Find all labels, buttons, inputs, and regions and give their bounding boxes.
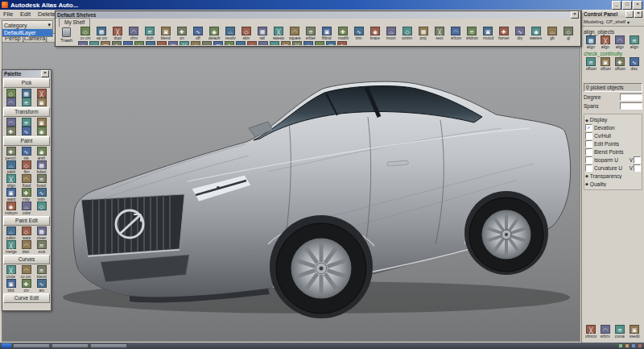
- tool-icon-20[interactable]: ◇: [269, 41, 280, 45]
- viewport-canvas[interactable]: 31% 0.0Kb0.0Kb: [2, 43, 580, 341]
- tool-icon-1[interactable]: ▦: [19, 89, 34, 98]
- tool-curva[interactable]: ≋curva: [613, 325, 627, 339]
- taskbar-item[interactable]: [13, 343, 50, 348]
- checkbox-cv-hull[interactable]: [585, 132, 592, 139]
- tool-icon-17[interactable]: ∿: [235, 41, 246, 45]
- tool-icon-19[interactable]: ⌓: [258, 41, 269, 45]
- shelf-tab-my-shelf[interactable]: My Shelf: [59, 18, 90, 27]
- shelf-titlebar[interactable]: Default Shelves ×: [56, 11, 580, 19]
- tool-icon-23[interactable]: ◠: [303, 41, 314, 45]
- tray-icon[interactable]: [631, 343, 636, 348]
- degree-input[interactable]: [620, 93, 642, 101]
- tool-xfmrcv[interactable]: ╳xfmrcv: [584, 325, 598, 339]
- tool-blend[interactable]: ≋blend: [34, 265, 49, 279]
- tool-icon-10[interactable]: ◇: [156, 41, 167, 45]
- grille[interactable]: [81, 194, 184, 256]
- tool-icon-6[interactable]: ✚: [111, 41, 122, 45]
- tool-disc[interactable]: ∿disc: [627, 57, 642, 71]
- tool-icon-24[interactable]: ≋: [314, 41, 325, 45]
- tool-cv-crv[interactable]: ◠cv crv: [19, 265, 34, 279]
- tool-tmcvt[interactable]: ⌓tmcvt: [383, 27, 399, 40]
- tool-detach[interactable]: ◉detach: [206, 27, 222, 40]
- taskbar-item[interactable]: [90, 343, 127, 348]
- tool-icon-4[interactable]: ≋: [19, 118, 34, 127]
- checkbox-curvature-u[interactable]: [585, 164, 592, 172]
- tool-txtm[interactable]: ∿txtm: [34, 188, 49, 202]
- tool-dwn[interactable]: ◠dwn: [19, 240, 34, 254]
- maximize-button[interactable]: □: [622, 1, 632, 10]
- tool-icon-9[interactable]: ⌓: [145, 41, 156, 45]
- tool-icon-3[interactable]: ◠: [3, 118, 19, 127]
- palette-section-paint[interactable]: Paint: [3, 136, 50, 146]
- tool-icon-18[interactable]: ◉: [246, 41, 258, 45]
- tool-srfcrv[interactable]: ◠srfcrv: [598, 325, 613, 339]
- tool-revolv[interactable]: ⌓revolv: [222, 27, 238, 40]
- tool-srfdel[interactable]: ≋srfdel: [303, 27, 319, 40]
- tool-icon-7[interactable]: ∿: [122, 41, 134, 45]
- tool-ecw[interactable]: ≋ecw: [34, 240, 49, 254]
- control-panel-titlebar[interactable]: Control Panel _ ×: [582, 10, 644, 18]
- tool-icon-11[interactable]: ▦: [167, 41, 179, 45]
- tool-bvsol[interactable]: ≋bvsol: [34, 174, 49, 188]
- tool-ffblnd[interactable]: ▣ffblnd: [319, 27, 335, 40]
- close-icon[interactable]: ×: [41, 70, 49, 77]
- control-panel-mode-dropdown[interactable]: Modeling, CP_shelf ▾: [582, 18, 644, 27]
- shelf-trash[interactable]: Trash: [57, 27, 76, 43]
- tool-align[interactable]: ▦align: [584, 35, 598, 49]
- tool-sweep[interactable]: ╳sweep: [270, 27, 287, 40]
- tool-rail[interactable]: ▦rail: [254, 27, 270, 40]
- tool-pencil[interactable]: ✚pencil: [3, 147, 19, 160]
- tool-ep-crv[interactable]: ▦ep crv: [93, 27, 109, 40]
- checkbox-curvature-u-v[interactable]: [634, 164, 641, 172]
- tool-gb[interactable]: ⌓gb: [544, 27, 560, 40]
- tool-align[interactable]: ≋align: [627, 35, 642, 49]
- tool-square[interactable]: ◠square: [287, 27, 303, 40]
- tool-ink[interactable]: ∿ink: [19, 147, 34, 160]
- checkbox-devation[interactable]: ✓: [585, 124, 592, 131]
- tool-offcon[interactable]: ▣offcon: [598, 57, 613, 71]
- tray-icon[interactable]: [625, 343, 630, 348]
- menu-edit[interactable]: Edit: [20, 10, 31, 18]
- tool-icon-7[interactable]: ∿: [19, 127, 34, 135]
- tool-icon-4[interactable]: ≋: [89, 41, 100, 45]
- taskbar-item[interactable]: [52, 343, 89, 348]
- tool-fbrt[interactable]: ◇fbrt: [19, 160, 34, 174]
- tool-blend[interactable]: ▣blend: [158, 27, 174, 40]
- tool-icon-16[interactable]: ✚: [224, 41, 235, 45]
- checkbox-isoparm-u[interactable]: [585, 156, 592, 164]
- tool-circle[interactable]: ╳circle: [3, 265, 19, 279]
- tool-wastes[interactable]: ◉wastes: [528, 27, 544, 40]
- tool-mdsym[interactable]: ◉mdsym: [3, 202, 19, 215]
- minimize-button[interactable]: _: [612, 1, 621, 10]
- tool-dry[interactable]: ∿dry: [512, 27, 528, 40]
- tool-pdsft[interactable]: ⌓pdsft: [3, 160, 19, 174]
- tool-merge[interactable]: ╳merge: [3, 240, 19, 254]
- tool-icon-14[interactable]: ≋: [201, 41, 213, 45]
- extra-row-quality[interactable]: ◆Quality: [585, 180, 641, 188]
- checkbox-edit-points[interactable]: [585, 140, 592, 147]
- tool-on[interactable]: ✚on: [174, 27, 190, 40]
- tool-cv-crv[interactable]: ◇cv crv: [77, 27, 93, 40]
- layer-item-selected[interactable]: DefaultLayer: [2, 29, 52, 36]
- tool-flood[interactable]: ◠flood: [19, 174, 34, 188]
- tool-srfcon[interactable]: ◠srfcon: [448, 27, 464, 40]
- tool-icon-6[interactable]: ✚: [3, 127, 19, 135]
- tool-icon-5[interactable]: ▣: [34, 118, 49, 127]
- tool-icon-0[interactable]: ◇: [3, 89, 19, 98]
- tool-dtch[interactable]: ≋dtch: [142, 27, 158, 40]
- tool-dupl[interactable]: ╳dupl: [109, 27, 126, 40]
- tray-icon[interactable]: [618, 343, 623, 348]
- menu-file[interactable]: File: [3, 10, 13, 18]
- tool-kbd[interactable]: ▣kbd: [3, 279, 19, 293]
- tool-icon-3[interactable]: ◠: [3, 98, 19, 106]
- tool-arsft[interactable]: ◉arsft: [34, 147, 49, 160]
- tool-mutcd[interactable]: ▣mutcd: [480, 27, 496, 40]
- checkbox-blend-points[interactable]: [585, 148, 592, 156]
- tool-offcon[interactable]: ✚offcon: [613, 57, 627, 71]
- tool-mbp[interactable]: ✚mbp: [19, 188, 34, 202]
- palette-section-curve-edit[interactable]: Curve Edit: [3, 293, 50, 303]
- tool-icon-12[interactable]: ╳: [179, 41, 190, 45]
- front-wheel[interactable]: [270, 215, 373, 318]
- tool-offcon[interactable]: ≋offcon: [584, 57, 598, 71]
- tool-skin[interactable]: ◇skin: [238, 27, 254, 40]
